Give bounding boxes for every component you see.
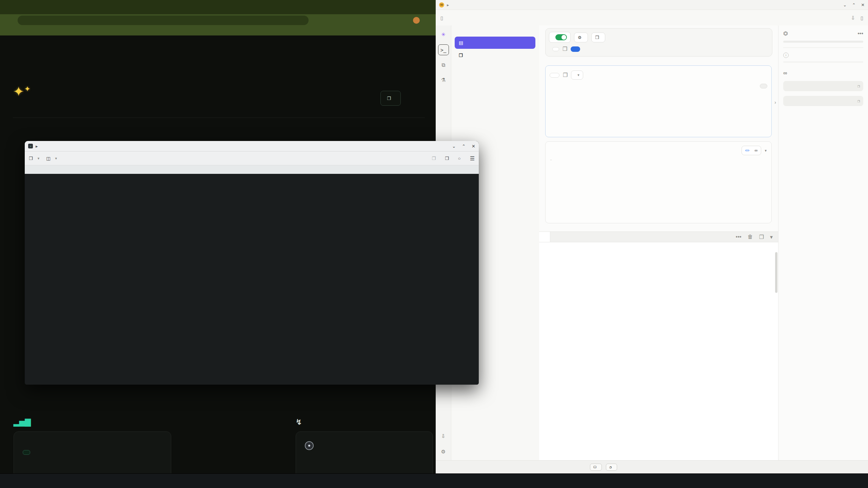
lmstudio-titlebar[interactable]: W ▸ ⌄⌃✕ <box>436 0 868 10</box>
new-badge <box>745 150 749 151</box>
sidebar-item-local-server[interactable]: ▤ <box>455 37 535 49</box>
cpu-usage-pill[interactable]: ◔ <box>606 464 617 471</box>
profile-avatar[interactable] <box>413 17 420 24</box>
downloads-tray-icon[interactable]: ⇩ <box>438 431 449 441</box>
settings-gear-icon[interactable]: ⚙ <box>438 447 449 457</box>
supported-endpoints-panel: ∞ ▾ <box>545 141 772 223</box>
server-toggle[interactable] <box>555 34 567 40</box>
pin-icon[interactable]: ▸ <box>447 2 449 7</box>
pin-icon[interactable]: ▸ <box>36 144 38 149</box>
server-icon: ▤ <box>459 40 463 45</box>
link-icon: ∞ <box>755 148 758 153</box>
gear-icon: ⚙ <box>578 35 581 40</box>
bookmarks-bar <box>0 26 438 36</box>
copy-url-icon[interactable]: ❐ <box>563 46 567 52</box>
lmstudio-status-bar: ⛁ ◔ <box>436 460 868 473</box>
lmstudio-navbar: ▯ ⇩▯ <box>436 10 868 26</box>
server-settings-button[interactable]: ⚙ <box>574 33 588 42</box>
api-model-identifier[interactable]: ❐ <box>783 81 863 91</box>
taskbar <box>0 473 868 488</box>
curl-button[interactable]: ▾ <box>571 70 583 80</box>
sidebar-section-developer <box>451 27 539 36</box>
konsole-icon: > <box>28 144 33 148</box>
browser-toolbar <box>0 14 438 26</box>
experiments-icon[interactable]: ⚗ <box>438 75 449 85</box>
bar-chart-icon: ▂▅▇ <box>14 418 31 427</box>
disc-icon <box>305 441 314 450</box>
split-view-button[interactable]: ◫▾ <box>46 156 57 161</box>
divider <box>13 118 425 118</box>
server-status-pill[interactable] <box>549 32 571 43</box>
clear-logs-icon[interactable]: 🗑 <box>748 234 753 240</box>
info-icon: i <box>783 53 789 58</box>
maximize-icon: ⌃ <box>852 2 855 7</box>
robot-icon: ⏣ <box>783 30 788 37</box>
view-adr-repository-button[interactable]: ❐ <box>380 91 401 106</box>
sidebar-item-developer-docs[interactable]: ❒ <box>451 51 539 59</box>
more-icon[interactable]: ••• <box>736 234 742 240</box>
copy-model-icon[interactable]: ❐ <box>563 72 568 78</box>
chat-icon[interactable]: ✳ <box>438 29 449 40</box>
popout-icon[interactable]: ❐ <box>759 234 764 240</box>
konsole-toolbar: ❒▾ ◫▾ ❐ ❒ ○ ☰ <box>25 151 479 165</box>
close-icon: ✕ <box>861 2 865 7</box>
cpu-icon: ◔ <box>609 465 612 469</box>
developer-icon[interactable]: >_ <box>438 44 449 55</box>
latest-updates-heading: ↯ <box>296 418 306 427</box>
hamburger-menu-icon[interactable]: ☰ <box>470 155 475 162</box>
copy-server-url-icon[interactable]: ❐ <box>857 99 860 103</box>
panel-icon[interactable]: ▯ <box>861 15 863 21</box>
ram-usage-pill[interactable]: ⛁ <box>590 464 602 471</box>
document-icon: ❐ <box>387 96 391 101</box>
copy-button[interactable]: ❐ <box>432 156 438 161</box>
url-bar[interactable] <box>18 16 309 25</box>
app-icon: W <box>439 2 444 7</box>
search-icon: ○ <box>458 156 461 161</box>
copy-api-id-icon[interactable]: ❐ <box>857 84 860 88</box>
developer-logs-tab[interactable] <box>539 232 550 242</box>
chain-link-icon: ∞ <box>783 70 787 76</box>
load-model-button[interactable] <box>571 46 580 52</box>
model-menu-icon[interactable]: ••• <box>857 30 863 37</box>
konsole-tabbar <box>25 165 479 175</box>
mcp-json-button[interactable]: ❒ <box>591 33 605 42</box>
browser-tab-strip <box>0 0 438 14</box>
new-tab-button[interactable]: ❒▾ <box>29 156 39 161</box>
book-icon: ❒ <box>459 53 463 58</box>
server-control-card: ⚙ ❒ ❐ <box>545 28 772 57</box>
file-icon: ❒ <box>595 35 599 40</box>
new-tab-icon: ❒ <box>29 156 33 161</box>
find-button[interactable]: ○ <box>458 156 463 161</box>
lmstudio-window: W ▸ ⌄⌃✕ ▯ ⇩▯ ✳ >_ ⧉ ⚗ ⇩ ⚙ ▤ ❒ <box>436 0 868 473</box>
logs-scrollbar[interactable] <box>775 252 777 293</box>
sidebar-toggle-icon[interactable]: ▯ <box>440 15 443 21</box>
loaded-models-panel: ❐ ▾ › <box>545 65 772 137</box>
sparkles-icon: ✦✦ <box>13 84 31 99</box>
schedule-badge <box>23 450 30 455</box>
discover-icon[interactable]: ⧉ <box>438 60 449 70</box>
download-icon[interactable]: ⇩ <box>851 15 855 21</box>
window-controls[interactable]: ⌄⌃✕ <box>843 2 865 7</box>
copy-icon: ❐ <box>432 156 436 161</box>
split-view-icon: ◫ <box>46 156 50 161</box>
server-url[interactable] <box>552 47 559 51</box>
konsole-titlebar[interactable]: > ▸ ⌄⌃✕ <box>25 141 479 151</box>
chevron-right-icon[interactable]: › <box>774 100 776 105</box>
nvtop-terminal[interactable] <box>25 174 479 385</box>
paste-button[interactable]: ❒ <box>445 156 451 161</box>
close-icon[interactable]: ✕ <box>472 144 475 149</box>
model-info-panel: ⏣ ••• i ∞ ❐ ❐ <box>778 25 868 460</box>
konsole-window: > ▸ ⌄⌃✕ ❒▾ ◫▾ ❐ ❒ ○ ☰ <box>25 141 479 385</box>
loaded-model-chip[interactable] <box>550 73 559 78</box>
collapse-endpoints-icon[interactable]: ▾ <box>765 148 767 153</box>
minimize-icon[interactable]: ⌄ <box>452 144 456 149</box>
paste-icon: ❒ <box>445 156 449 161</box>
maximize-icon[interactable]: ⌃ <box>462 144 466 149</box>
scheduled-reports-heading: ▂▅▇ <box>14 418 35 427</box>
rest-api-button[interactable]: ∞ <box>742 146 762 155</box>
eject-button[interactable] <box>760 84 767 88</box>
log-output[interactable] <box>540 243 773 460</box>
minimize-icon: ⌄ <box>843 2 847 7</box>
collapse-logs-icon[interactable]: ▾ <box>770 234 773 240</box>
reachable-url-box[interactable]: ❐ <box>783 96 863 106</box>
